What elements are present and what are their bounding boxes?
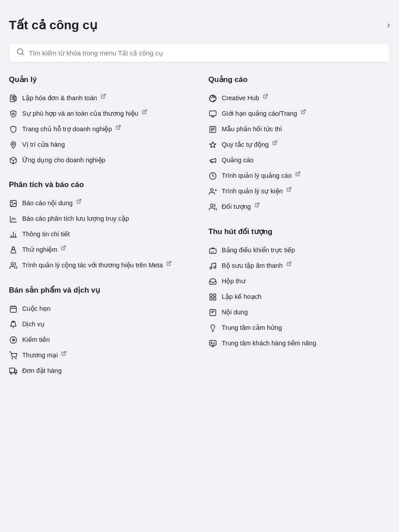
menu-item-label-trung-tam-cam-hung: Trung tâm cảm hứng bbox=[222, 323, 282, 332]
menu-item-quang-cao[interactable]: Quảng cáo bbox=[208, 153, 390, 168]
section-quan-ly: Quản lýLập hóa đơn & thanh toánSự phù hợ… bbox=[9, 75, 191, 168]
menu-item-label-cuoc-hen: Cuộc hẹn bbox=[22, 304, 51, 313]
shield-icon bbox=[9, 110, 18, 118]
svg-point-41 bbox=[214, 98, 215, 98]
grid-icon bbox=[208, 293, 217, 301]
menu-item-text-thuong-mai: Thương mại bbox=[22, 351, 58, 360]
external-link-icon-thu-nghiem bbox=[61, 245, 66, 250]
menu-item-cuoc-hen[interactable]: Cuộc hẹn bbox=[9, 301, 191, 317]
svg-point-13 bbox=[12, 202, 12, 203]
svg-point-22 bbox=[11, 262, 14, 265]
svg-rect-24 bbox=[10, 306, 16, 313]
menu-item-hop-thu[interactable]: Hộp thư bbox=[208, 274, 390, 289]
menu-item-don-dat-hang[interactable]: Đơn đặt hàng bbox=[9, 363, 191, 379]
menu-item-label-gioi-han-quang-cao: Giới hạn quảng cáo/Trang bbox=[222, 109, 306, 118]
svg-text:LIVE: LIVE bbox=[211, 251, 215, 253]
music-icon bbox=[208, 262, 217, 270]
menu-item-kiem-tien[interactable]: Kiếm tiền bbox=[9, 332, 191, 348]
menu-item-trang-chu-ho-tro[interactable]: Trang chủ hỗ trợ doanh nghiệp bbox=[9, 121, 191, 137]
external-link-icon-bao-cao-noi-dung bbox=[76, 199, 82, 204]
menu-item-noi-dung[interactable]: Nội dung bbox=[208, 305, 390, 320]
form-icon bbox=[208, 125, 217, 134]
svg-rect-28 bbox=[12, 321, 15, 322]
bell-icon bbox=[9, 320, 18, 329]
menu-item-label-hop-thu: Hộp thư bbox=[222, 277, 246, 286]
menu-item-mau-phan-hoi[interactable]: Mẫu phản hồi tức thì bbox=[208, 121, 390, 137]
menu-item-trinh-quan-ly-cong-tac[interactable]: Trình quản lý cộng tác với thương hiệu t… bbox=[9, 258, 191, 273]
menu-item-text-dich-vu: Dịch vụ bbox=[22, 320, 45, 329]
menu-item-text-lap-hoa-don: Lập hóa đơn & thanh toán bbox=[22, 94, 97, 102]
collab-icon bbox=[9, 261, 18, 270]
menu-item-thu-nghiem[interactable]: Thử nghiệm bbox=[9, 242, 191, 258]
menu-item-thong-tin-chi-tiet[interactable]: Thông tin chi tiết bbox=[9, 227, 191, 242]
svg-point-62 bbox=[210, 267, 212, 269]
svg-point-32 bbox=[16, 358, 16, 359]
menu-item-text-trinh-quan-ly-su-kien: Trình quản lý sự kiện bbox=[222, 187, 283, 196]
menu-item-gioi-han-quang-cao[interactable]: Giới hạn quảng cáo/Trang bbox=[208, 106, 390, 121]
search-input[interactable] bbox=[29, 49, 383, 57]
menu-item-label-trinh-quan-ly-quang-cao: Trình quản lý quảng cáo bbox=[222, 171, 301, 180]
menu-item-trinh-quan-ly-su-kien[interactable]: Trình quản lý sự kiện bbox=[208, 184, 390, 199]
menu-item-trinh-quan-ly-quang-cao[interactable]: Trình quản lý quảng cáo bbox=[208, 168, 390, 184]
menu-item-dich-vu[interactable]: Dịch vụ bbox=[9, 317, 191, 332]
external-link-icon-quy-tac-tu-dong bbox=[272, 140, 278, 145]
two-col-layout: Quản lýLập hóa đơn & thanh toánSự phù hợ… bbox=[9, 75, 390, 391]
menu-item-bang-dieu-khien[interactable]: LIVEBảng điều khiển trực tiếp bbox=[208, 243, 390, 258]
svg-rect-67 bbox=[210, 298, 212, 300]
svg-point-10 bbox=[12, 143, 15, 145]
section-ban-san-pham: Bán sản phẩm và dịch vụCuộc hẹnDịch vụKi… bbox=[9, 286, 191, 379]
svg-point-7 bbox=[12, 113, 15, 115]
menu-item-bao-cao-phan-tich[interactable]: Báo cáo phân tích lưu lượng truy cập bbox=[9, 211, 191, 227]
svg-line-1 bbox=[22, 53, 23, 55]
menu-item-text-kiem-tien: Kiếm tiền bbox=[22, 335, 50, 344]
menu-item-text-noi-dung: Nội dung bbox=[222, 308, 248, 317]
menu-item-su-phu-hop[interactable]: Sự phù hợp và an toàn của thương hiệu bbox=[9, 106, 191, 121]
svg-line-64 bbox=[289, 262, 291, 265]
menu-item-label-quy-tac-tu-dong: Quy tắc tự động bbox=[222, 140, 278, 149]
section-title-thu-hut-doi-tuong: Thu hút đối tượng bbox=[208, 227, 390, 236]
svg-line-57 bbox=[289, 188, 291, 190]
menu-item-label-trinh-quan-ly-su-kien: Trình quản lý sự kiện bbox=[222, 187, 292, 196]
menu-item-thuong-mai[interactable]: Thương mại bbox=[9, 348, 191, 363]
menu-item-bao-cao-noi-dung[interactable]: Báo cáo nội dung bbox=[9, 196, 191, 211]
svg-line-6 bbox=[103, 94, 106, 97]
menu-item-bo-suu-tap-am-thanh[interactable]: Bộ sưu tập âm thanh bbox=[208, 258, 390, 274]
external-link-icon-trang-chu-ho-tro bbox=[116, 125, 121, 130]
menu-item-trung-tam-khach-hang[interactable]: Trung tâm khách hàng tiềm năng bbox=[208, 336, 390, 351]
circle-chart-icon bbox=[208, 172, 217, 180]
external-link-icon-trinh-quan-ly-cong-tac bbox=[166, 261, 172, 266]
menu-item-text-trung-tam-khach-hang: Trung tâm khách hàng tiềm năng bbox=[222, 339, 316, 348]
menu-item-vi-tri-cua-hang[interactable]: Vị trí cửa hàng bbox=[9, 137, 191, 153]
svg-point-75 bbox=[211, 342, 212, 344]
svg-line-59 bbox=[257, 203, 259, 206]
menu-item-trung-tam-cam-hung[interactable]: Trung tâm cảm hứng bbox=[208, 320, 390, 336]
menu-item-ung-dung[interactable]: Ứng dụng cho doanh nghiệp bbox=[9, 153, 191, 168]
svg-line-53 bbox=[297, 172, 300, 175]
svg-point-58 bbox=[211, 204, 213, 207]
page-title: Tất cả công cụ bbox=[9, 18, 98, 32]
svg-rect-74 bbox=[210, 340, 216, 345]
chevron-right-icon[interactable]: › bbox=[387, 20, 390, 31]
menu-item-text-trang-chu-ho-tro: Trang chủ hỗ trợ doanh nghiệp bbox=[22, 125, 112, 133]
analytics-icon bbox=[9, 215, 18, 223]
right-column: Quảng cáoCreative HubGiới hạn quảng cáo/… bbox=[208, 75, 390, 391]
menu-item-lap-ke-hoach[interactable]: Lập kế hoạch bbox=[208, 289, 390, 305]
shield2-icon bbox=[9, 125, 18, 134]
menu-item-creative-hub[interactable]: Creative Hub bbox=[208, 90, 390, 106]
calendar-icon bbox=[9, 305, 18, 313]
svg-point-37 bbox=[15, 372, 16, 374]
menu-item-text-doi-tuong: Đối tượng bbox=[222, 202, 251, 211]
section-title-phan-tich: Phân tích và báo cáo bbox=[9, 180, 191, 189]
menu-item-label-trinh-quan-ly-cong-tac: Trình quản lý cộng tác với thương hiệu t… bbox=[22, 261, 172, 270]
menu-item-quy-tac-tu-dong[interactable]: Quy tắc tự động bbox=[208, 137, 390, 153]
external-link-icon-bo-suu-tap-am-thanh bbox=[286, 261, 292, 266]
menu-item-doi-tuong[interactable]: Đối tượng bbox=[208, 199, 390, 215]
menu-item-label-trang-chu-ho-tro: Trang chủ hỗ trợ doanh nghiệp bbox=[22, 125, 121, 133]
external-link-icon-doi-tuong bbox=[254, 202, 260, 207]
menu-item-lap-hoa-don[interactable]: Lập hóa đơn & thanh toán bbox=[9, 90, 191, 106]
svg-line-9 bbox=[118, 125, 121, 128]
menu-item-label-dich-vu: Dịch vụ bbox=[22, 320, 45, 329]
palette-icon bbox=[208, 94, 217, 103]
section-thu-hut-doi-tuong: Thu hút đối tượngLIVEBảng điều khiển trự… bbox=[208, 227, 390, 351]
svg-line-33 bbox=[63, 352, 66, 354]
